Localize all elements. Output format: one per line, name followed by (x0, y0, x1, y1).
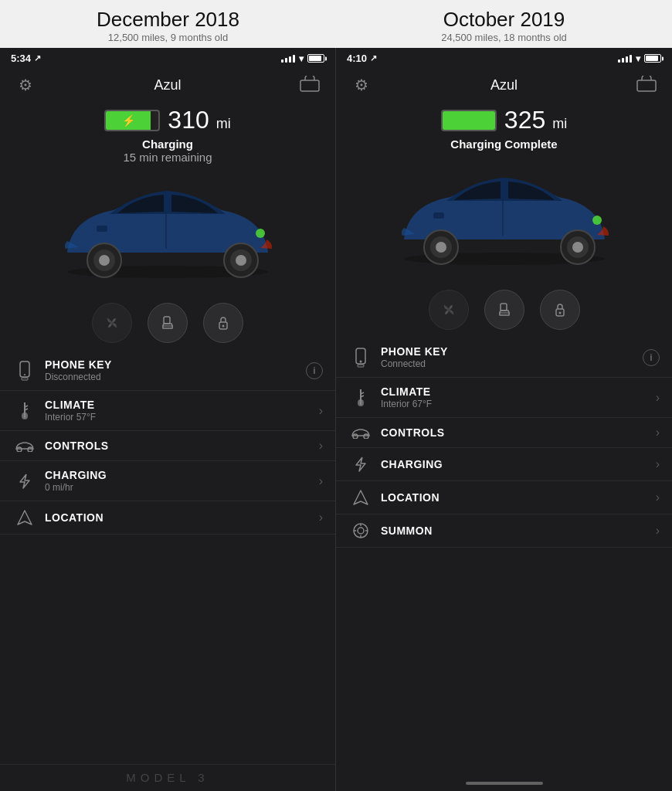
left-charging-title: CHARGING (45, 469, 319, 481)
right-battery-section: 325 mi (336, 98, 672, 137)
left-phone-key-info[interactable]: i (306, 362, 323, 379)
right-phone-key-icon (348, 348, 373, 368)
left-location-arrow: › (319, 511, 323, 525)
left-charging-line2: 15 min remaining (0, 151, 335, 164)
left-seat-icon (159, 314, 176, 331)
right-car-svg (373, 158, 636, 278)
right-phone-panel: 4:10 ↗ ▾ ⚙ Azul (336, 48, 672, 791)
left-settings-icon[interactable]: ⚙ (12, 72, 39, 98)
svg-rect-0 (300, 80, 319, 91)
right-phone-key-info[interactable]: i (643, 349, 660, 366)
left-location-text: LOCATION (37, 511, 319, 525)
phones-container: 5:34 ↗ ▾ ⚙ Azul (0, 48, 672, 791)
right-lock-button[interactable] (540, 290, 580, 330)
left-charging-icon (12, 473, 37, 490)
right-menu-climate[interactable]: CLIMATE Interior 67°F › (336, 378, 672, 418)
left-menu-climate[interactable]: CLIMATE Interior 57°F › (0, 391, 335, 431)
right-fan-icon (440, 301, 457, 318)
svg-point-52 (364, 434, 368, 439)
left-lock-icon (215, 314, 232, 331)
left-phone-key-text: PHONE KEY Disconnected (37, 358, 306, 382)
svg-point-16 (222, 325, 225, 328)
left-battery-section: ⚡ 310 mi (0, 98, 335, 137)
left-climate-text: CLIMATE Interior 57°F (37, 399, 319, 423)
left-range: 310 mi (168, 106, 230, 134)
right-climate-icon (348, 388, 373, 408)
svg-point-37 (592, 216, 602, 225)
right-menu-list: PHONE KEY Connected i CLIMATE I (336, 338, 672, 776)
left-fan-button[interactable] (92, 303, 132, 343)
svg-marker-26 (18, 511, 32, 525)
right-charging-arrow: › (656, 457, 660, 471)
left-wifi-icon: ▾ (299, 53, 304, 64)
svg-point-36 (572, 242, 583, 253)
left-menu-location[interactable]: LOCATION › (0, 501, 335, 535)
left-range-value: 310 (168, 106, 209, 134)
right-title-block: October 2019 24,500 miles, 18 months old (336, 0, 672, 48)
left-charging-line1: Charging (0, 137, 335, 151)
right-home-indicator (336, 776, 672, 791)
left-fan-icon (104, 314, 120, 331)
left-climate-arrow: › (319, 404, 323, 418)
right-menu-phone-key[interactable]: PHONE KEY Connected i (336, 338, 672, 378)
right-location-arrow: › (656, 491, 660, 504)
right-location-title: LOCATION (381, 491, 656, 504)
right-home-bar (466, 782, 543, 785)
right-range-value: 325 (504, 106, 545, 134)
right-summon-icon (348, 522, 373, 539)
left-menu-controls[interactable]: CONTROLS › (0, 431, 335, 461)
left-menu-phone-key[interactable]: PHONE KEY Disconnected i (0, 351, 335, 391)
right-summon-text: SUMMON (373, 525, 656, 538)
right-lock-icon (552, 301, 568, 318)
right-location-arrow: ↗ (370, 53, 377, 63)
left-controls-arrow: › (319, 439, 323, 453)
right-climate-title: CLIMATE (381, 385, 656, 398)
right-menu-charging[interactable]: CHARGING › (336, 448, 672, 481)
left-charging-bolt: ⚡ (122, 114, 135, 127)
right-menu-summon[interactable]: SUMMON › (336, 514, 672, 548)
left-charging-subtitle: 0 mi/hr (45, 482, 319, 493)
left-frunk-icon[interactable] (297, 72, 323, 98)
svg-point-6 (99, 255, 110, 266)
right-app-header: ⚙ Azul (336, 67, 672, 98)
right-menu-controls[interactable]: CONTROLS › (336, 418, 672, 448)
right-charging-line1-text: Charging Complete (450, 137, 557, 151)
right-fan-button[interactable] (429, 290, 469, 330)
left-charging-line1-text: Charging (142, 137, 193, 151)
left-climate-subtitle: Interior 57°F (45, 412, 319, 423)
left-lock-button[interactable] (203, 303, 243, 343)
right-controls-icon (348, 426, 373, 439)
right-menu-location[interactable]: LOCATION › (336, 481, 672, 514)
svg-point-9 (236, 255, 246, 266)
right-seat-button[interactable] (484, 290, 524, 330)
left-menu-list: PHONE KEY Disconnected i CLIMATE (0, 351, 335, 764)
svg-point-10 (256, 229, 265, 238)
left-time: 5:34 (11, 53, 31, 64)
left-menu-charging[interactable]: CHARGING 0 mi/hr › (0, 461, 335, 501)
left-seat-button[interactable] (148, 303, 188, 343)
left-battery-icon (307, 54, 324, 63)
left-title-block: December 2018 12,500 miles, 9 months old (0, 0, 336, 48)
svg-rect-27 (637, 80, 656, 91)
left-climate-title: CLIMATE (45, 399, 319, 411)
right-time: 4:10 (347, 53, 367, 64)
right-summon-arrow: › (656, 524, 660, 538)
right-battery-bar (441, 110, 497, 131)
right-frunk-icon[interactable] (633, 72, 660, 98)
right-climate-text: CLIMATE Interior 67°F (373, 385, 656, 409)
left-brand-footer: MODEL 3 (0, 764, 335, 791)
right-settings-icon[interactable]: ⚙ (348, 72, 375, 98)
left-charging-status: Charging 15 min remaining (0, 137, 335, 165)
svg-rect-30 (433, 212, 444, 219)
right-summon-title: SUMMON (381, 525, 656, 537)
right-title: October 2019 (336, 8, 672, 32)
left-phone-panel: 5:34 ↗ ▾ ⚙ Azul (0, 48, 336, 791)
right-climate-subtitle: Interior 67°F (381, 399, 656, 409)
page-titles-row: December 2018 12,500 miles, 9 months old… (0, 0, 672, 48)
left-action-buttons (0, 297, 335, 351)
svg-rect-46 (358, 365, 364, 367)
svg-rect-19 (22, 378, 28, 380)
left-battery-bar: ⚡ (104, 110, 160, 131)
right-charging-text: CHARGING (373, 458, 656, 471)
svg-rect-40 (501, 304, 507, 311)
